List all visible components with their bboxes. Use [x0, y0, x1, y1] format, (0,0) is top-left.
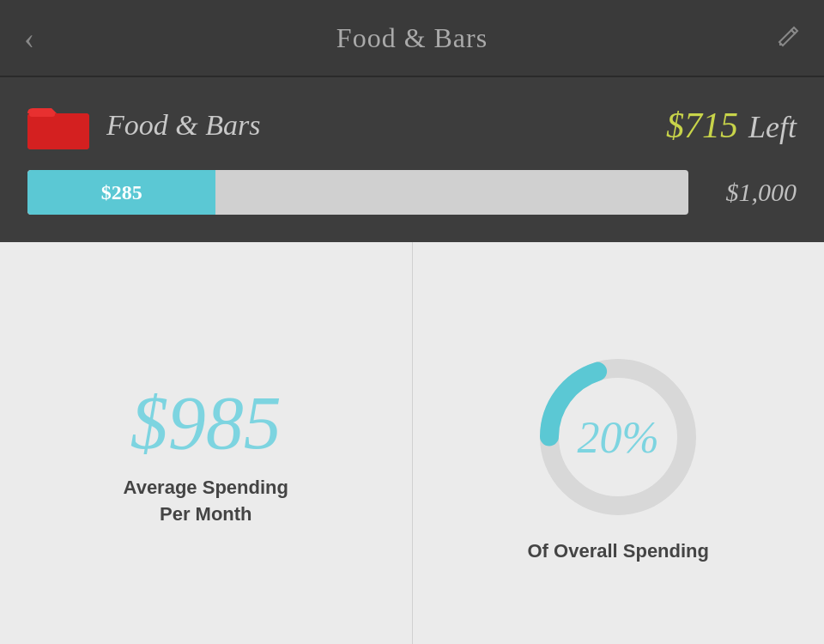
- category-name: Food & Bars: [106, 109, 260, 142]
- overall-label: Of Overall Spending: [528, 540, 709, 562]
- category-row: Food & Bars $715 Left: [27, 101, 797, 149]
- svg-rect-1: [27, 113, 89, 149]
- dark-section: Food & Bars $715 Left $285 $1,000: [0, 77, 824, 242]
- right-panel: 20% Of Overall Spending: [413, 242, 825, 644]
- left-label: Left: [748, 109, 797, 145]
- progress-container: $285 $1,000: [27, 170, 797, 215]
- progress-total: $1,000: [702, 178, 797, 207]
- average-amount: $985: [130, 386, 282, 461]
- progress-bar-fill: $285: [27, 170, 215, 215]
- progress-bar-wrapper: $285: [27, 170, 688, 215]
- header-title: Food & Bars: [336, 22, 488, 54]
- donut-chart: 20%: [532, 351, 704, 523]
- category-left: Food & Bars: [27, 101, 260, 149]
- back-button[interactable]: ‹: [24, 20, 34, 56]
- budget-right: $715 Left: [666, 105, 797, 146]
- amount-left: $715: [666, 105, 738, 146]
- average-label: Average Spending Per Month: [124, 475, 288, 528]
- light-section: $985 Average Spending Per Month 20% Of O…: [0, 242, 824, 644]
- progress-bar-label: $285: [101, 181, 142, 204]
- folder-icon: [27, 101, 89, 149]
- donut-label: 20%: [578, 412, 659, 463]
- svg-rect-2: [29, 112, 55, 117]
- edit-button[interactable]: [776, 23, 800, 53]
- header: ‹ Food & Bars: [0, 0, 824, 77]
- left-panel: $985 Average Spending Per Month: [0, 242, 413, 644]
